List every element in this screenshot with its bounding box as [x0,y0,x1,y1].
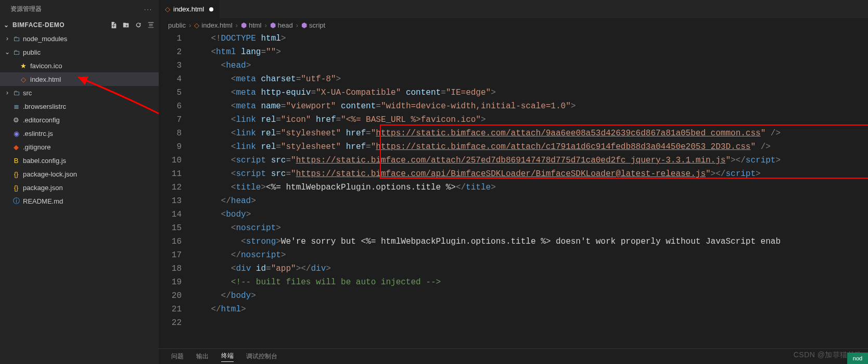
token-punc: < [231,74,236,84]
token-attr: href [346,129,366,138]
token-tag: strong [246,237,276,246]
breadcrumb-label: public [168,21,186,29]
token-tag: html [221,305,241,314]
token-url: https://static.bimface.com/attach/9aa6ee… [376,129,760,138]
code-line[interactable]: <link rel="stylesheet" href="https://sta… [191,127,868,140]
token-tag: script [236,156,271,165]
json-icon: {} [11,170,21,178]
token-punc: </ [221,291,231,300]
code-line[interactable]: </noscript> [191,248,868,262]
token-attr: src [271,156,286,165]
tree-item-label: README.md [23,197,63,205]
token-punc: > [571,102,576,111]
code-content[interactable]: <!DOCTYPE html> <html lang=""> <head> <m… [191,32,868,348]
folder-icon: 🗀 [11,89,21,97]
token-str: " [761,129,766,138]
file-item[interactable]: ⚙.editorconfig [0,113,159,127]
tab-index-html[interactable]: ◇ index.html [159,0,220,18]
tree-item-label: .gitignore [23,143,50,151]
token-punc: > [481,115,486,124]
code-line[interactable]: <div id="app"></div> [191,262,868,275]
code-line[interactable]: <strong>We're sorry but <%= htmlWebpackP… [191,235,868,248]
token-attr: charset [261,74,296,84]
token-punc: > [246,61,251,70]
breadcrumb-item[interactable]: ⬢script [301,21,325,29]
token-str: " [371,129,376,138]
code-line[interactable]: <script src="https://static.bimface.com/… [191,154,868,167]
tree-item-label: node_modules [23,35,67,43]
code-line[interactable]: <head> [191,59,868,72]
code-line[interactable]: <script src="https://static.bimface.com/… [191,167,868,181]
token-punc: > [251,291,256,300]
code-line[interactable]: <meta charset="utf-8"> [191,72,868,86]
file-item[interactable]: ⓘREADME.md [0,194,159,208]
file-item[interactable]: Bbabel.config.js [0,154,159,167]
breadcrumb-item[interactable]: ⬢html [241,21,262,29]
code-line[interactable]: <body> [191,208,868,221]
code-line[interactable]: <link rel="stylesheet" href="https://sta… [191,140,868,154]
code-line[interactable]: <title><%= htmlWebpackPlugin.options.tit… [191,181,868,194]
line-number: 6 [159,99,182,113]
chevron-down-icon: ⌄ [3,48,11,56]
code-editor[interactable]: 12345678910111213141516171819202122 <!DO… [159,32,868,348]
folder-icon: 🗀 [11,35,21,43]
token-punc: < [221,61,226,70]
code-line[interactable]: <!-- built files will be auto injected -… [191,275,868,289]
code-line[interactable]: <noscript> [191,221,868,235]
code-line[interactable]: </head> [191,194,868,208]
code-line[interactable]: <link rel="icon" href="<%= BASE_URL %>fa… [191,113,868,127]
folder-item[interactable]: ⌄🗀public [0,45,159,59]
file-item[interactable]: {}package.json [0,181,159,194]
new-file-icon[interactable] [110,21,117,29]
token-punc: > [246,210,251,219]
code-line[interactable]: <html lang=""> [191,45,868,59]
token-punc: < [241,237,246,246]
tree-item-label: .browserslistrc [23,103,66,110]
token-str: "app" [271,264,296,273]
line-number: 21 [159,303,182,316]
token-plain [311,115,316,124]
code-line[interactable]: </body> [191,289,868,303]
code-line[interactable]: <meta http-equiv="X-UA-Compatible" conte… [191,86,868,99]
token-punc: < [231,142,236,152]
token-plain [336,102,341,111]
new-folder-icon[interactable] [122,21,130,29]
code-line[interactable]: <meta name="viewport" content="width=dev… [191,99,868,113]
token-punc: > [276,237,281,246]
token-str: "<%= BASE_URL %>favicon.ico" [341,115,481,124]
token-str: "stylesheet" [281,142,341,152]
explorer-title: 资源管理器 [10,5,42,14]
line-number: 5 [159,86,182,99]
code-line[interactable]: </html> [191,303,868,316]
folder-item[interactable]: ›🗀src [0,86,159,99]
token-plain [191,102,231,111]
file-item[interactable]: ≣.browserslistrc [0,99,159,113]
panel-tab[interactable]: 终端 [221,352,234,362]
token-punc: <! [211,34,221,43]
project-actions [110,21,155,29]
project-header[interactable]: ⌄ BIMFACE-DEMO [0,18,159,32]
panel-tab[interactable]: 调试控制台 [246,352,277,361]
file-item[interactable]: ◉.eslintrc.js [0,127,159,140]
token-plain [191,223,231,233]
breadcrumb-item[interactable]: public [168,21,186,29]
panel-tab[interactable]: 问题 [171,352,184,361]
token-str: " [706,169,711,179]
breadcrumb-item[interactable]: ◇index.html [194,21,232,29]
tree-item-label: src [23,89,32,97]
token-attr: content [341,102,376,111]
code-line[interactable]: <!DOCTYPE html> [191,32,868,45]
json-icon: {} [11,184,21,192]
token-punc: = [366,129,371,138]
collapse-icon[interactable] [147,21,155,29]
file-item[interactable]: ◆.gitignore [0,140,159,154]
token-plain [401,88,406,97]
folder-item[interactable]: ›🗀node_modules [0,32,159,45]
breadcrumb-item[interactable]: ⬢head [270,21,293,29]
refresh-icon[interactable] [135,21,142,29]
file-item[interactable]: ★favicon.ico [0,59,159,72]
file-item[interactable]: ◇index.html [0,72,159,86]
panel-tab[interactable]: 输出 [196,352,209,361]
more-icon[interactable]: ··· [144,6,152,13]
file-item[interactable]: {}package-lock.json [0,167,159,181]
